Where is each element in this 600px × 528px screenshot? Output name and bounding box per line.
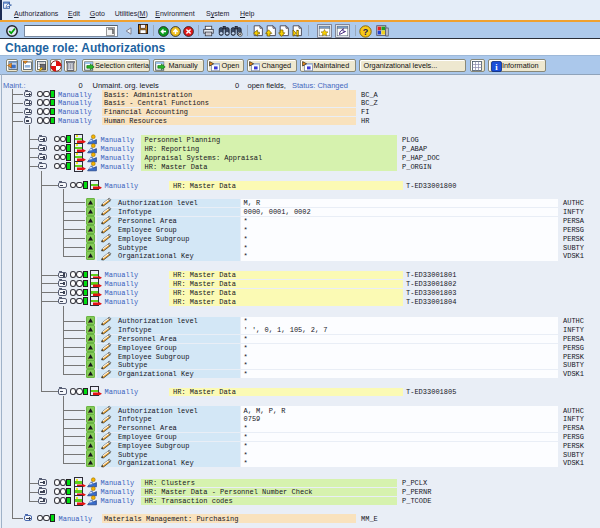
- svg-text:?: ?: [363, 26, 369, 36]
